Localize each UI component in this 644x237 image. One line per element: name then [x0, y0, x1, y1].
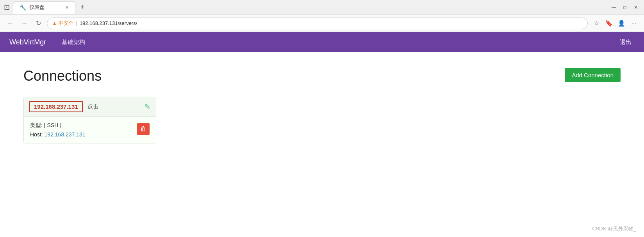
add-connection-button[interactable]: Add Connection [565, 68, 621, 82]
sidebar-toggle-icon[interactable]: ⊡ [4, 3, 10, 12]
connection-type-row: 类型: [ SSH ] [30, 122, 134, 129]
trash-icon: 🗑 [140, 126, 146, 133]
connection-info: 类型: [ SSH ] Host: 192.168.237.131 [30, 122, 134, 138]
minimize-button[interactable]: — [610, 3, 618, 12]
address-separator: | [76, 20, 77, 26]
new-tab-button[interactable]: + [77, 2, 88, 13]
app-navbar: WebVirtMgr 基础架构 退出 [0, 32, 644, 52]
profile-icon[interactable]: 👤 [616, 18, 627, 29]
reload-button[interactable]: ↻ [33, 18, 44, 29]
connection-host-row: Host: 192.168.237.131 [30, 131, 134, 138]
type-label: 类型: [30, 122, 43, 128]
connection-card-body: 类型: [ SSH ] Host: 192.168.237.131 🗑 [24, 117, 156, 143]
connection-click-label[interactable]: 点击 [87, 103, 98, 110]
bookmark-icon[interactable]: 🔖 [603, 18, 614, 29]
toolbar-actions: ☆ 🔖 👤 ··· [591, 18, 639, 29]
nav-link-infrastructure[interactable]: 基础架构 [59, 37, 88, 48]
edit-icon[interactable]: ✎ [144, 103, 150, 111]
browser-titlebar: ⊡ 🔧 仪表盘 ✕ + — □ ✕ [0, 0, 644, 15]
host-label: Host: [30, 131, 43, 138]
address-bar[interactable]: ▲ 不安全 | 192.168.237.131/servers/ [47, 18, 588, 29]
connection-ip[interactable]: 192.168.237.131 [29, 101, 83, 112]
tab-label: 仪表盘 [29, 4, 45, 11]
menu-icon[interactable]: ··· [628, 18, 639, 29]
page-header: Connections Add Connection [23, 68, 621, 84]
delete-button[interactable]: 🗑 [137, 123, 150, 135]
app-brand: WebVirtMgr [9, 38, 46, 46]
browser-tab-active[interactable]: 🔧 仪表盘 ✕ [13, 1, 75, 14]
footer-watermark: CSDN @天外采物_ [592, 225, 636, 232]
browser-toolbar: ← → ↻ ▲ 不安全 | 192.168.237.131/servers/ ☆… [0, 15, 644, 32]
page-content: Connections Add Connection 192.168.237.1… [0, 52, 644, 232]
window-controls: — □ ✕ [610, 3, 640, 12]
back-button[interactable]: ← [5, 18, 16, 29]
tab-close-button[interactable]: ✕ [65, 5, 69, 10]
page-title: Connections [23, 68, 102, 84]
logout-button[interactable]: 退出 [617, 37, 635, 48]
type-value: [ SSH ] [44, 122, 61, 128]
close-button[interactable]: ✕ [632, 3, 640, 12]
connection-card: 192.168.237.131 点击 ✎ 类型: [ SSH ] Host: 1… [23, 97, 156, 143]
host-value: 192.168.237.131 [45, 131, 86, 138]
favorites-icon[interactable]: ☆ [591, 18, 602, 29]
security-warning: ▲ 不安全 [52, 20, 73, 27]
tab-favicon: 🔧 [20, 4, 26, 11]
maximize-button[interactable]: □ [621, 3, 629, 12]
forward-button[interactable]: → [19, 18, 30, 29]
address-text: 192.168.237.131/servers/ [80, 20, 137, 26]
connection-card-header: 192.168.237.131 点击 ✎ [24, 97, 156, 117]
